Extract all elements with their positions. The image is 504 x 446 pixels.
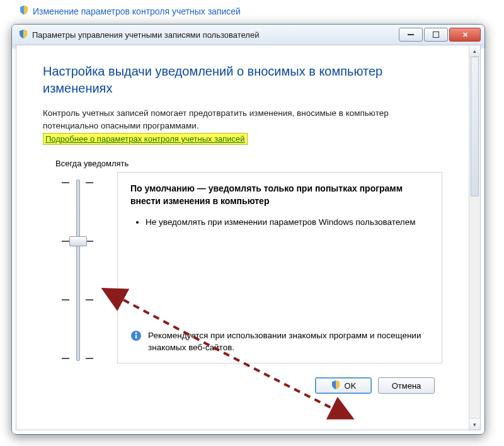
intro-text: Контроль учетных записей помогает предот… <box>43 107 442 132</box>
info-icon <box>130 330 142 345</box>
client-area: Настройка выдачи уведомлений о вносимых … <box>16 45 481 430</box>
close-button[interactable]: ✕ <box>449 28 481 42</box>
cancel-button[interactable]: Отмена <box>378 377 435 394</box>
main-heading: Настройка выдачи уведомлений о вносимых … <box>43 63 442 97</box>
level-description-bullet: Не уведомлять при изменении параметров W… <box>146 216 429 229</box>
recommendation-row: Рекомендуется при использовании знакомых… <box>130 330 429 354</box>
maximize-button[interactable] <box>424 28 448 42</box>
notification-level-slider[interactable] <box>55 176 100 365</box>
titlebar: Параметры управления учетными записями п… <box>12 25 484 45</box>
slider-top-label: Всегда уведомлять <box>55 159 442 168</box>
window-title: Параметры управления учетными записями п… <box>32 30 399 40</box>
level-description-panel: По умолчанию — уведомлять только при поп… <box>117 172 442 363</box>
vertical-scrollbar[interactable]: ▴ ▾ <box>469 45 480 430</box>
slider-track <box>76 180 80 361</box>
slider-area: Всегда уведомлять По умолчанию — уведомл… <box>55 159 442 365</box>
dialog-button-row: OK Отмена <box>43 377 442 394</box>
learn-more-link[interactable]: Подробнее о параметрах контроля учетных … <box>43 133 248 145</box>
shield-icon <box>18 29 28 41</box>
scrollbar-thumb[interactable] <box>471 57 479 197</box>
scrollbar-down-arrow[interactable]: ▾ <box>469 418 480 430</box>
slider-handle[interactable] <box>69 236 87 246</box>
ok-button[interactable]: OK <box>315 377 372 394</box>
svg-rect-2 <box>135 335 137 339</box>
ok-button-label: OK <box>345 381 357 391</box>
scrollbar-up-arrow[interactable]: ▴ <box>469 45 480 57</box>
breadcrumb-row: Изменение параметров контроля учетных за… <box>0 0 504 22</box>
cancel-button-label: Отмена <box>392 381 421 391</box>
page-link-uac-settings[interactable]: Изменение параметров контроля учетных за… <box>33 6 241 16</box>
uac-settings-window: Параметры управления учетными записями п… <box>11 24 485 435</box>
shield-icon <box>331 380 341 392</box>
level-description-title: По умолчанию — уведомлять только при поп… <box>130 183 429 207</box>
content: Настройка выдачи уведомлений о вносимых … <box>16 45 480 430</box>
minimize-button[interactable] <box>399 28 423 42</box>
svg-point-1 <box>135 333 137 334</box>
recommendation-text: Рекомендуется при использовании знакомых… <box>148 330 429 354</box>
window-buttons: ✕ <box>399 28 481 42</box>
shield-icon <box>19 5 29 17</box>
